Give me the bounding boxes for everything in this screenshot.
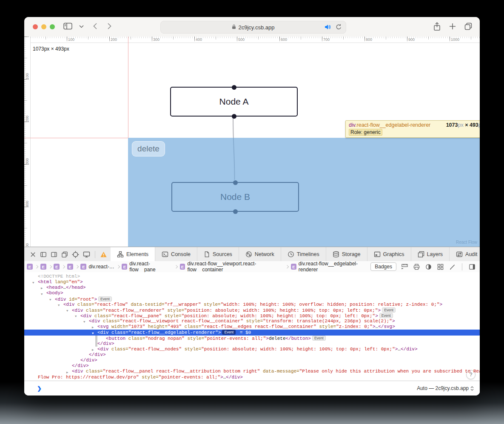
delete-edge-button[interactable]: delete — [132, 141, 165, 157]
close-window-button[interactable] — [33, 24, 38, 29]
tab-graphics[interactable]: Graphics — [367, 247, 411, 262]
warning-icon[interactable] — [100, 251, 107, 258]
details-sidebar-toggle-icon[interactable] — [469, 264, 476, 270]
web-inspector: Elements Console Sources Network — [24, 247, 480, 396]
code-segment: "en" — [69, 279, 80, 285]
tab-label: Graphics — [383, 251, 404, 257]
network-icon — [245, 251, 252, 258]
breadcrumb-item[interactable]: E — [27, 264, 33, 270]
breadcrumb-item[interactable]: Ediv.react-flow__pane — [122, 261, 172, 273]
device-settings-icon[interactable] — [83, 251, 90, 258]
dock-bottom-icon[interactable] — [51, 251, 57, 258]
tab-console[interactable]: Console — [155, 247, 197, 262]
execution-context-label: Auto — 2c9jcy.csb.app — [417, 385, 469, 391]
ruler-label: 200 — [111, 37, 117, 42]
dom-tree-row[interactable]: <!DOCTYPE html> — [24, 274, 480, 279]
element-badge: E — [27, 264, 33, 270]
close-inspector-icon[interactable] — [30, 251, 36, 258]
contrast-icon[interactable] — [425, 264, 432, 270]
badges-button[interactable]: Badges — [370, 262, 396, 271]
breadcrumb-item[interactable]: Ediv.react-flow__viewport.react-flow__co… — [180, 261, 284, 273]
element-dimensions-label: 1073px × 493px — [33, 46, 69, 52]
dom-tree-row[interactable]: ▼<html lang="en"> — [24, 279, 480, 285]
ruler-label: 700 — [323, 37, 330, 42]
code-segment: <div — [72, 369, 86, 374]
dom-tree-row[interactable]: <button class="nodrag nopan" style="poin… — [24, 336, 480, 341]
tab-label: Sources — [213, 251, 232, 257]
address-bar[interactable]: 2c9jcy.csb.app — [160, 21, 346, 34]
print-icon[interactable] — [413, 264, 420, 270]
tab-label: Console — [171, 251, 191, 257]
flow-node-a[interactable]: Node A — [170, 87, 298, 117]
chevron-right-icon — [117, 265, 120, 268]
element-picker-icon[interactable] — [72, 251, 79, 258]
tab-storage[interactable]: Storage — [326, 247, 367, 262]
code-segment: data-testid= — [128, 302, 165, 307]
audio-playing-icon[interactable] — [325, 24, 331, 31]
dock-side-icon[interactable] — [40, 251, 47, 258]
reload-icon[interactable] — [336, 24, 342, 31]
code-segment: style= — [185, 336, 204, 341]
tab-overview-icon[interactable] — [464, 23, 472, 30]
dom-tree-row[interactable]: ▼<div class="react-flow__renderer" style… — [24, 307, 480, 313]
web-page-viewport: Node A Node B React Flow 100200300400500… — [24, 37, 480, 247]
dom-tree-row[interactable]: ▶<svg width="1073" height="493" class="r… — [24, 324, 480, 330]
tab-audit[interactable]: Audit — [450, 247, 480, 262]
zoom-window-button[interactable] — [50, 24, 55, 29]
edit-icon[interactable] — [449, 264, 456, 270]
chevron-down-icon[interactable] — [79, 25, 84, 28]
dom-tree-row[interactable]: ▼<div id="root">Event — [24, 296, 480, 302]
code-segment: > — [392, 319, 395, 324]
ruler-label: 500 — [238, 37, 245, 42]
console-prompt-icon[interactable]: ❯ — [37, 385, 42, 392]
breadcrumb-item[interactable]: E — [54, 264, 60, 270]
dom-tree-row[interactable]: </div> — [24, 363, 480, 369]
code-segment: style= — [243, 319, 263, 324]
dom-tree-row[interactable]: ▼<div class="react-flow__pane" style="po… — [24, 313, 480, 319]
tab-sources[interactable]: Sources — [197, 247, 239, 262]
dom-tree-row[interactable]: ▶<div class="react-flow__panel react-flo… — [24, 369, 480, 374]
dom-tree-row[interactable]: Flow Pro: https://reactflow.dev/pro" sty… — [24, 375, 480, 380]
code-segment: height= — [145, 324, 168, 329]
breadcrumb-item[interactable]: E — [67, 264, 73, 270]
grid-icon[interactable] — [437, 264, 444, 270]
separate-window-icon[interactable] — [61, 251, 68, 258]
code-segment: > — [80, 279, 83, 285]
graphics-icon — [374, 251, 381, 258]
execution-context-select[interactable]: Auto — 2c9jcy.csb.app — [417, 385, 474, 391]
dom-tree-row[interactable]: </div> — [24, 358, 480, 363]
dom-tree-row[interactable]: ▼<div class="react-flow__edgelabel-rende… — [24, 330, 480, 335]
sidebar-toggle-icon[interactable] — [63, 23, 72, 30]
new-tab-icon[interactable] — [449, 23, 456, 30]
breadcrumb-item[interactable]: E — [40, 264, 46, 270]
dom-tree-row[interactable]: </div> — [24, 341, 480, 347]
share-icon[interactable] — [433, 22, 441, 31]
tab-elements[interactable]: Elements — [111, 247, 155, 262]
code-segment: </button> — [286, 336, 311, 341]
code-segment: "react-flow__pane" — [111, 313, 162, 319]
back-button[interactable] — [93, 23, 97, 29]
event-badge: Event — [379, 313, 393, 318]
code-segment: class= — [77, 302, 94, 307]
tab-timelines[interactable]: Timelines — [281, 247, 326, 262]
forward-button[interactable] — [108, 23, 111, 29]
rulers-icon[interactable] — [401, 264, 408, 270]
element-badge: E — [291, 264, 296, 270]
code-segment: … — [398, 347, 401, 352]
tab-layers[interactable]: Layers — [411, 247, 450, 262]
dom-tree-row[interactable]: ▶<div class="react-flow__nodes" style="p… — [24, 347, 480, 352]
tab-network[interactable]: Network — [239, 247, 281, 262]
breadcrumb-item[interactable]: Ediv.react-flow__edgelabel-renderer — [291, 261, 370, 273]
code-segment: class= — [111, 330, 128, 335]
node-a-target-handle[interactable] — [232, 85, 236, 90]
dom-tree-row[interactable]: </div> — [24, 352, 480, 358]
minimize-window-button[interactable] — [41, 24, 46, 29]
ruler-label: 600 — [281, 37, 287, 42]
node-a-source-handle[interactable] — [232, 114, 236, 119]
dom-tree-row[interactable]: ▼<div class="react-flow" data-testid="rf… — [24, 302, 480, 307]
dom-tree-row[interactable]: ▼<body> — [24, 290, 480, 296]
breadcrumb-item[interactable]: Ediv.react-… — [80, 264, 114, 270]
chevron-right-icon — [48, 265, 51, 268]
dom-tree-row[interactable]: ▶<head>…</head> — [24, 285, 480, 290]
dom-tree-row[interactable]: ▼<div class="react-flow__viewport react-… — [24, 319, 480, 324]
